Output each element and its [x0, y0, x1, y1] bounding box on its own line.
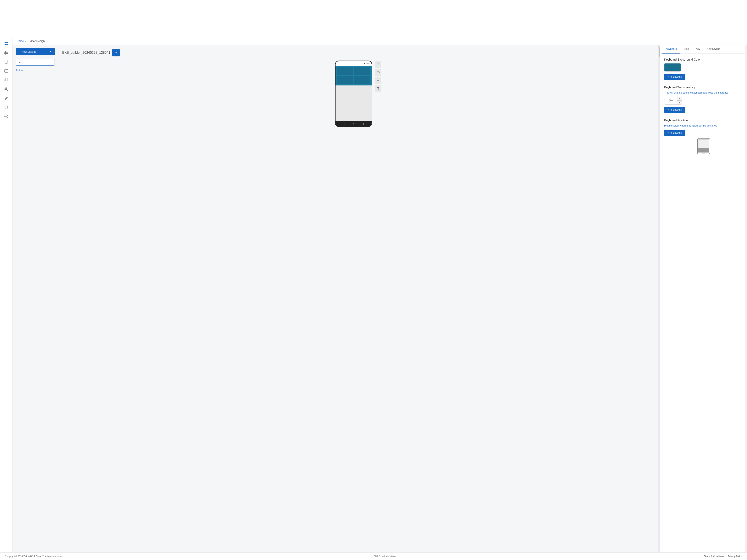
- svg-rect-15: [5, 87, 6, 88]
- center-panel: EKB_builder_20240228_125041 ✏ ▲▲ 12:30: [58, 45, 658, 552]
- sidebar-icon-tablet[interactable]: [2, 67, 10, 75]
- transparency-section: Keyboard Transparency This will change b…: [664, 86, 743, 113]
- filename-edit-button[interactable]: ✏: [112, 49, 120, 56]
- edit-pencil-icon: ✏: [21, 69, 23, 72]
- sidebar-icon-blocks[interactable]: [2, 85, 10, 93]
- nav-circle-icon: ○: [353, 123, 354, 125]
- svg-rect-7: [5, 51, 6, 55]
- svg-rect-24: [698, 148, 709, 153]
- rights-text: All rights reserved.: [45, 555, 64, 558]
- transparency-up-btn[interactable]: ▲: [677, 97, 681, 101]
- new-layout-chevron: ▾: [50, 50, 51, 53]
- scroll-up-arrow[interactable]: ▲: [658, 45, 660, 47]
- phone-position-diagram: [693, 138, 714, 155]
- bg-color-section: Keyboard Background Color + All Layouts: [664, 58, 743, 80]
- copyright-text: Copyright © 2024: [5, 555, 23, 558]
- breadcrumb-current: Editor Design: [29, 39, 45, 43]
- transparency-down-btn[interactable]: ▼: [677, 101, 681, 104]
- phone-keyboard: [336, 66, 371, 85]
- add-button[interactable]: +: [375, 77, 381, 84]
- svg-rect-6: [4, 53, 8, 54]
- layout-name-input[interactable]: [16, 59, 55, 65]
- svg-rect-26: [702, 153, 705, 154]
- sidebar-icon-draw[interactable]: [2, 95, 10, 102]
- sidebar-icon-rotate[interactable]: [2, 76, 10, 84]
- tab-keyboard[interactable]: Keyboard: [662, 45, 680, 54]
- transparency-all-layouts-btn[interactable]: + All Layouts: [664, 107, 685, 113]
- edit-label: Edit: [16, 69, 20, 72]
- sidebar: [0, 37, 12, 552]
- key-4[interactable]: [354, 76, 370, 84]
- left-panel: + New Layout ▾ Edit ✏: [12, 45, 58, 552]
- tabs-header: Keyboard Size Key Key Styling: [660, 45, 747, 54]
- sidebar-icon-grid[interactable]: [2, 49, 10, 56]
- transparency-input[interactable]: [664, 97, 677, 104]
- new-layout-button[interactable]: + New Layout ▾: [16, 48, 55, 55]
- svg-rect-1: [6, 42, 8, 43]
- brand-name: Zebra DNA Cloud™: [23, 555, 45, 558]
- sidebar-icon-dashboard[interactable]: [2, 40, 10, 47]
- edit-link[interactable]: Edit ✏: [16, 69, 55, 72]
- bg-color-swatch[interactable]: [664, 63, 681, 72]
- svg-rect-25: [701, 139, 706, 139]
- svg-rect-10: [6, 63, 7, 63]
- svg-point-20: [5, 115, 8, 118]
- filename-edit-icon: ✏: [115, 51, 118, 55]
- svg-rect-16: [6, 87, 7, 88]
- sidebar-icon-phone[interactable]: [2, 58, 10, 65]
- svg-rect-19: [7, 90, 8, 91]
- new-layout-label: + New Layout: [19, 50, 36, 53]
- main-content: Home / Editor Design + New Layout ▾ Edit…: [12, 37, 747, 552]
- redo-button[interactable]: [375, 69, 381, 76]
- transparency-input-row: ▲ ▼: [664, 97, 743, 105]
- tab-key[interactable]: Key: [692, 45, 703, 54]
- tab-size[interactable]: Size: [680, 45, 692, 54]
- scroll-down-arrow[interactable]: ▼: [658, 550, 660, 552]
- settings-content: Keyboard Background Color + All Layouts …: [660, 54, 747, 159]
- key-3[interactable]: [337, 76, 353, 84]
- bg-color-all-layouts-btn[interactable]: + All Layouts: [664, 74, 685, 80]
- key-2[interactable]: [354, 67, 370, 75]
- key-1[interactable]: [337, 67, 353, 75]
- breadcrumb-home[interactable]: Home: [17, 39, 24, 43]
- status-bar-text: ▲▲ 12:30: [362, 63, 370, 64]
- undo-button[interactable]: [375, 61, 381, 68]
- top-space-area: [0, 0, 747, 37]
- footer-copyright: Copyright © 2024 Zebra DNA Cloud™ All ri…: [5, 555, 64, 558]
- file-name: EKB_builder_20240228_125041: [62, 51, 110, 55]
- svg-rect-8: [7, 51, 7, 55]
- right-scroll-down[interactable]: ▼: [745, 551, 747, 552]
- right-scroll-up[interactable]: ▲: [745, 45, 747, 47]
- terms-link[interactable]: Terms & Conditions: [704, 555, 724, 558]
- svg-rect-3: [6, 44, 8, 45]
- phone-nav-bar: □ ○ ◁: [336, 121, 371, 126]
- right-panel-scrollbar: ▲ ▼: [745, 45, 747, 552]
- transparency-input-wrapper: ▲ ▼: [664, 97, 682, 105]
- footer-separator: |: [726, 555, 726, 558]
- sidebar-icon-check[interactable]: [2, 113, 10, 120]
- delete-button[interactable]: [375, 85, 381, 92]
- app-container: Home / Editor Design + New Layout ▾ Edit…: [0, 37, 747, 552]
- breadcrumb-separator: /: [25, 39, 26, 43]
- editor-area: + New Layout ▾ Edit ✏ EKB_builder_202402…: [12, 45, 747, 552]
- position-description: Please select where this layout will be …: [664, 124, 743, 128]
- nav-back-icon: ◁: [362, 123, 364, 125]
- position-section: Keyboard Position Please select where th…: [664, 118, 743, 155]
- sidebar-icon-shield[interactable]: [2, 104, 10, 111]
- svg-rect-11: [5, 70, 8, 72]
- position-all-layouts-btn[interactable]: + All Layouts: [664, 130, 685, 136]
- svg-rect-13: [5, 79, 7, 82]
- bg-color-label: Keyboard Background Color: [664, 58, 743, 61]
- breadcrumb: Home / Editor Design: [12, 37, 747, 45]
- phone-screen: [336, 66, 371, 121]
- center-scroll-area: ▲ ▼: [658, 45, 660, 552]
- tab-key-styling[interactable]: Key Styling: [703, 45, 724, 54]
- privacy-link[interactable]: Privacy Policy: [728, 555, 742, 558]
- svg-rect-4: [4, 52, 8, 52]
- phone-toolbar-wrapper: ▲▲ 12:30: [335, 60, 381, 127]
- transparency-spinners: ▲ ▼: [677, 97, 681, 104]
- svg-rect-14: [6, 78, 8, 81]
- svg-rect-0: [5, 42, 6, 43]
- transparency-description: This will change both the keyboard and k…: [664, 91, 743, 95]
- right-panel: Keyboard Size Key Key Styling Keyboard B…: [660, 45, 747, 552]
